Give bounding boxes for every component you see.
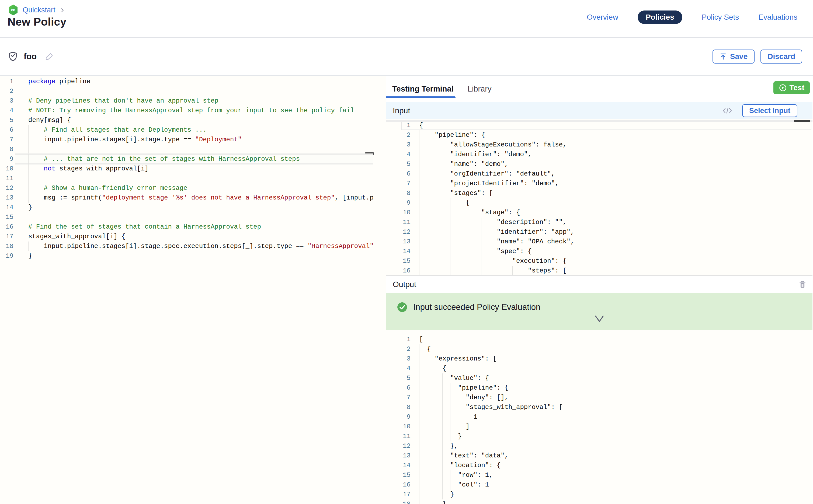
indent-guide	[419, 266, 420, 275]
indent-guide	[419, 227, 420, 237]
line-number: 8	[386, 403, 411, 412]
indent-guide	[450, 422, 451, 432]
policy-code-editor[interactable]: 1package pipeline23# Deny pipelines that…	[0, 76, 386, 504]
indent-guide	[427, 422, 427, 432]
code-line: 12 # Show a human-friendly error message	[0, 183, 386, 193]
indent-guide	[435, 490, 435, 499]
code-line: 3# Deny pipelines that don't have an app…	[0, 96, 386, 106]
indent-guide	[419, 208, 420, 218]
indent-guide	[419, 237, 420, 247]
tab-testing-terminal[interactable]: Testing Terminal	[392, 85, 454, 93]
save-button[interactable]: Save	[713, 50, 755, 64]
indent-guide	[419, 247, 420, 256]
nav-tab-policy-sets[interactable]: Policy Sets	[702, 13, 739, 22]
test-button[interactable]: Test	[773, 81, 810, 94]
indent-guide	[450, 412, 451, 422]
indent-guide	[435, 393, 435, 403]
line-number: 15	[0, 212, 13, 222]
line-number: 4	[0, 106, 13, 115]
code-line: 9 # ... that are not in the set of stage…	[0, 154, 386, 164]
indent-guide	[435, 247, 435, 256]
indent-guide	[512, 266, 513, 275]
module-nav-tabs: Overview Policies Policy Sets Evaluation…	[587, 10, 797, 24]
code-line: 5 "name": "demo",	[386, 159, 812, 169]
indent-guide	[442, 461, 443, 470]
input-editor[interactable]: 1{2 "pipeline": {3 "allowStageExecutions…	[386, 119, 812, 275]
line-number: 9	[386, 198, 411, 208]
indent-guide	[427, 470, 427, 480]
code-line: 14 "spec": {	[386, 247, 812, 256]
indent-guide	[450, 383, 451, 393]
nav-tab-evaluations[interactable]: Evaluations	[758, 13, 797, 22]
line-number: 4	[386, 150, 411, 159]
indent-guide	[28, 174, 29, 183]
breadcrumb-project-link[interactable]: Quickstart	[23, 6, 55, 14]
indent-guide	[442, 403, 443, 412]
scrollbar-thumb[interactable]	[794, 120, 810, 122]
evaluation-status-text: Input succeeded Policy Evaluation	[413, 302, 540, 312]
indent-guide	[427, 432, 427, 441]
indent-guide	[28, 183, 29, 193]
evaluation-success-banner: Input succeeded Policy Evaluation	[386, 293, 812, 330]
code-line: 17 }	[386, 490, 812, 499]
indent-guide	[419, 470, 420, 480]
clear-output-button[interactable]	[798, 280, 807, 289]
code-line: 10 "stage": {	[386, 208, 812, 218]
line-number: 6	[386, 169, 411, 179]
save-label: Save	[730, 52, 748, 61]
indent-guide	[450, 218, 451, 227]
code-line: 16 "steps": [	[386, 266, 812, 275]
indent-guide	[419, 432, 420, 441]
nav-tab-overview[interactable]: Overview	[587, 13, 618, 22]
line-number: 15	[386, 470, 411, 480]
line-number: 12	[0, 183, 13, 193]
indent-guide	[419, 422, 420, 432]
indent-guide	[435, 499, 435, 504]
line-number: 1	[0, 77, 13, 86]
policy-name: foo	[24, 52, 37, 61]
indent-guide	[419, 188, 420, 198]
code-line: 11 }	[386, 432, 812, 441]
code-view-toggle[interactable]	[722, 106, 733, 115]
indent-guide	[435, 461, 435, 470]
select-input-button[interactable]: Select Input	[742, 104, 797, 117]
code-line: 8 "stages_with_approval": [	[386, 403, 812, 412]
testing-panel: Testing Terminal Library Test Input	[386, 76, 812, 504]
indent-guide	[435, 412, 435, 422]
indent-guide	[450, 198, 451, 208]
input-title: Input	[393, 106, 410, 115]
indent-guide	[419, 130, 420, 140]
indent-guide	[427, 412, 427, 422]
indent-guide	[28, 145, 29, 154]
line-number: 2	[0, 86, 13, 96]
code-line: 3 "expressions": [	[386, 354, 812, 364]
indent-guide	[481, 237, 482, 247]
upload-icon	[720, 53, 727, 60]
indent-guide	[427, 499, 427, 504]
nav-tab-policies[interactable]: Policies	[638, 11, 682, 24]
line-number: 5	[386, 373, 411, 383]
indent-guide	[427, 393, 427, 403]
indent-guide	[419, 198, 420, 208]
code-line: 5 "value": {	[386, 373, 812, 383]
indent-guide	[427, 354, 427, 364]
edit-name-button[interactable]	[45, 52, 54, 61]
discard-button[interactable]: Discard	[760, 50, 802, 64]
output-title: Output	[393, 280, 416, 289]
indent-guide	[419, 451, 420, 461]
indent-guide	[419, 179, 420, 188]
code-line: 7 "projectIdentifier": "demo",	[386, 179, 812, 188]
expand-details-button[interactable]	[595, 315, 604, 323]
indent-guide	[466, 412, 466, 422]
active-tab-underline	[386, 96, 456, 98]
line-number: 17	[0, 232, 13, 241]
indent-guide	[435, 364, 435, 373]
indent-guide	[419, 140, 420, 150]
line-number: 7	[386, 179, 411, 188]
code-line: 18 input.pipeline.stages[i].stage.spec.e…	[0, 241, 386, 251]
output-editor[interactable]: 1[2 {3 "expressions": [4 {5 "value": {6 …	[386, 330, 812, 504]
indent-guide	[419, 403, 420, 412]
indent-guide	[419, 150, 420, 159]
tab-library[interactable]: Library	[468, 85, 492, 93]
code-line: 9 {	[386, 198, 812, 208]
